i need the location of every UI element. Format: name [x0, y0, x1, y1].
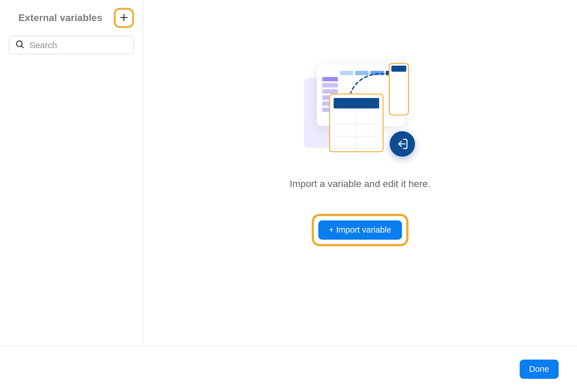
external-variables-window: External variables	[0, 0, 577, 392]
import-variable-button[interactable]: + Import variable	[319, 220, 402, 240]
sidebar-header: External variables	[9, 8, 134, 28]
import-button-highlight: + Import variable	[312, 214, 408, 246]
done-button-label: Done	[529, 364, 549, 373]
import-illustration	[304, 60, 417, 161]
plus-icon	[119, 12, 129, 23]
add-button-highlight	[114, 8, 134, 28]
sidebar: External variables	[0, 0, 143, 392]
search-icon	[15, 39, 25, 51]
add-variable-button[interactable]	[117, 10, 132, 25]
import-icon	[389, 131, 415, 156]
sidebar-title: External variables	[18, 12, 102, 23]
done-button[interactable]: Done	[520, 359, 559, 379]
empty-state: Import a variable and edit it here. + Im…	[290, 60, 430, 246]
search-input[interactable]	[9, 36, 134, 54]
main-content: Import a variable and edit it here. + Im…	[143, 0, 577, 346]
svg-line-3	[21, 46, 23, 48]
footer: Done	[0, 346, 577, 392]
search-field	[9, 36, 134, 54]
empty-state-text: Import a variable and edit it here.	[290, 178, 430, 189]
import-button-label: + Import variable	[329, 225, 391, 235]
